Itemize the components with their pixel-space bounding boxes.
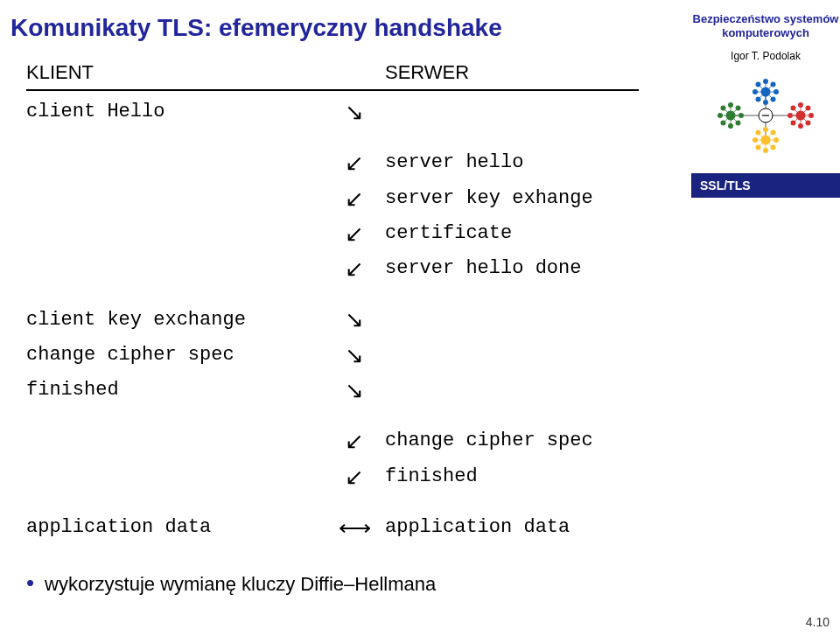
- server-msg: finished: [385, 462, 691, 492]
- svg-point-71: [726, 110, 736, 120]
- client-msg: client key exchange: [26, 305, 324, 335]
- table-row: application dataapplication data: [26, 510, 691, 545]
- svg-point-62: [721, 120, 726, 125]
- arrow-to-client-icon: [324, 423, 385, 458]
- svg-point-28: [788, 113, 793, 118]
- svg-point-24: [798, 123, 803, 129]
- table-row: certificate: [26, 216, 691, 251]
- svg-point-58: [735, 120, 740, 125]
- table-row: finished: [26, 373, 691, 408]
- table-row: client Hello: [26, 94, 691, 129]
- arrow-to-client-icon: [324, 459, 385, 494]
- svg-point-40: [770, 144, 775, 150]
- server-msg: application data: [385, 513, 691, 542]
- svg-point-46: [752, 137, 758, 143]
- server-msg: server key exhange: [385, 184, 691, 213]
- table-row: server hello done: [26, 251, 691, 286]
- svg-point-60: [728, 123, 733, 129]
- svg-point-66: [721, 105, 726, 110]
- client-msg: finished: [26, 375, 324, 405]
- svg-point-22: [805, 120, 810, 125]
- svg-point-48: [756, 129, 761, 135]
- server-msg: server hello done: [385, 254, 691, 283]
- sidebar: Bezpieczeństwo systemów komputerowych Ig…: [691, 0, 840, 643]
- arrow-to-client-icon: [324, 181, 385, 216]
- table-row: server key exhange: [26, 181, 691, 216]
- svg-point-70: [735, 105, 740, 110]
- svg-point-64: [718, 113, 723, 118]
- table-row: client key exchange: [26, 302, 691, 337]
- arrow-to-client-icon: [324, 251, 385, 286]
- client-msg: application data: [26, 513, 324, 542]
- svg-point-12: [756, 81, 761, 87]
- logo-graph-icon: [713, 74, 818, 157]
- bullet-text: wykorzystuje wymianę kluczy Diffie–Hellm…: [45, 573, 436, 596]
- svg-point-4: [770, 96, 775, 101]
- svg-point-53: [761, 135, 771, 144]
- table-row: server hello: [26, 145, 691, 180]
- svg-point-16: [770, 81, 775, 87]
- client-msg: change cipher spec: [26, 340, 324, 370]
- arrow-to-server-icon: [324, 94, 385, 129]
- svg-point-20: [808, 113, 814, 118]
- arrow-to-server-icon: [324, 338, 385, 373]
- svg-point-26: [791, 120, 796, 125]
- svg-point-2: [774, 89, 779, 94]
- arrow-both-icon: [324, 510, 385, 545]
- arrow-to-client-icon: [324, 145, 385, 180]
- bullet-item: • wykorzystuje wymianę kluczy Diffie–Hel…: [26, 571, 691, 596]
- bullet-dot-icon: •: [26, 571, 34, 594]
- server-msg: change cipher spec: [385, 426, 691, 456]
- arrow-to-server-icon: [324, 373, 385, 408]
- course-title: Bezpieczeństwo systemów komputerowych: [691, 0, 840, 41]
- svg-point-30: [791, 105, 796, 110]
- table-header: KLIENT SERWER: [26, 61, 691, 84]
- header-client: KLIENT: [26, 61, 324, 84]
- svg-point-17: [761, 87, 771, 96]
- svg-point-14: [763, 79, 768, 84]
- svg-point-50: [763, 127, 768, 132]
- svg-point-56: [738, 113, 744, 118]
- page-number: 4.10: [806, 615, 830, 629]
- svg-point-68: [728, 102, 733, 108]
- message-table: client Helloserver helloserver key exhan…: [26, 94, 691, 545]
- svg-point-32: [798, 102, 803, 108]
- server-msg: server hello: [385, 148, 691, 178]
- svg-point-34: [805, 105, 810, 110]
- svg-point-35: [796, 110, 806, 120]
- header-server: SERWER: [385, 61, 691, 84]
- header-rule: [26, 89, 639, 91]
- slide-title: Komunikaty TLS: efemeryczny handshake: [10, 14, 502, 42]
- table-row: change cipher spec: [26, 423, 691, 458]
- svg-point-38: [774, 137, 779, 143]
- arrow-to-server-icon: [324, 302, 385, 337]
- svg-point-6: [763, 100, 768, 105]
- arrow-to-client-icon: [324, 216, 385, 251]
- svg-point-42: [763, 148, 768, 153]
- table-row: finished: [26, 459, 691, 494]
- author-name: Igor T. Podolak: [691, 50, 840, 62]
- client-msg: client Hello: [26, 97, 324, 127]
- svg-point-10: [752, 89, 758, 94]
- topic-label: SSL/TLS: [691, 173, 840, 198]
- svg-point-44: [756, 144, 761, 150]
- svg-point-52: [770, 129, 775, 135]
- svg-point-8: [756, 96, 761, 101]
- main-content: KLIENT SERWER client Helloserver hellose…: [26, 61, 691, 596]
- server-msg: certificate: [385, 219, 691, 248]
- table-row: change cipher spec: [26, 338, 691, 373]
